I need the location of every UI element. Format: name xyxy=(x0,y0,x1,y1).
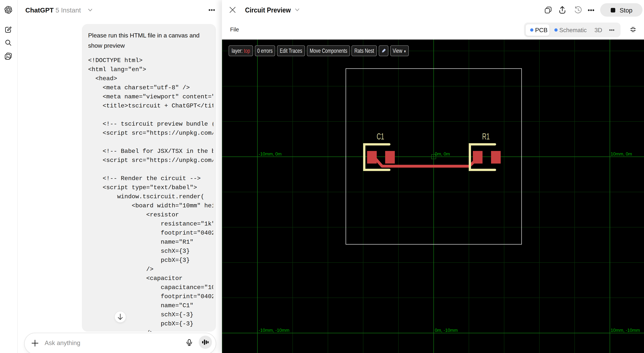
svg-text:-10mm, 0m: -10mm, 0m xyxy=(259,151,282,156)
svg-text:10mm, 0m: 10mm, 0m xyxy=(611,151,632,156)
svg-text:0m, -10mm: 0m, -10mm xyxy=(435,328,458,333)
svg-text:-10mm, -10mm: -10mm, -10mm xyxy=(259,328,290,333)
svg-text:10mm, -10mm: 10mm, -10mm xyxy=(611,328,640,333)
svg-text:0m, 0m: 0m, 0m xyxy=(435,151,450,156)
svg-text:C1: C1 xyxy=(377,132,384,141)
svg-text:R1: R1 xyxy=(482,132,490,141)
